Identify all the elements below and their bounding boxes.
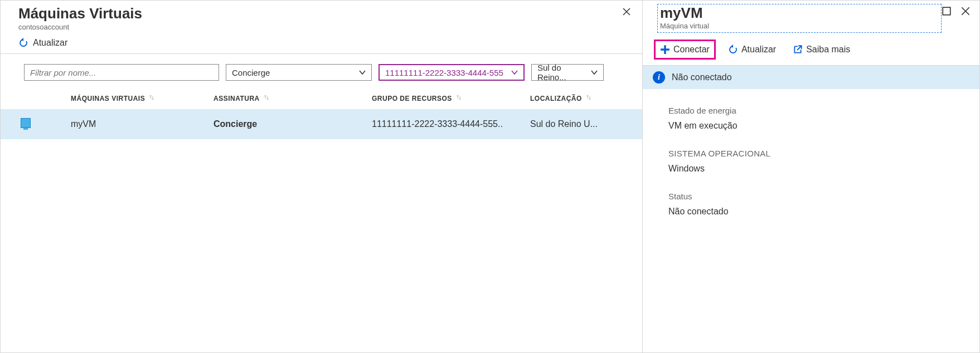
cell-subscription: Concierge [214, 119, 372, 129]
vm-title: myVM [660, 4, 939, 22]
vm-table: MÁQUINAS VIRTUAIS ASSINATURA GRUPO DE RE… [1, 91, 642, 139]
cell-resource-group: 11111111-2222-3333-4444-555.. [372, 119, 530, 129]
refresh-detail-button[interactable]: Atualizar [724, 41, 780, 58]
cell-location: Sul do Reino U... [530, 119, 625, 129]
filter-name-input[interactable] [24, 64, 219, 81]
refresh-button[interactable]: Atualizar [18, 38, 67, 48]
connect-button[interactable]: Conectar [654, 40, 716, 60]
col-vm[interactable]: MÁQUINAS VIRTUAIS [54, 94, 214, 102]
table-row[interactable]: myVM Concierge 11111111-2222-3333-4444-5… [1, 109, 642, 139]
maximize-button[interactable] [942, 6, 952, 18]
svg-rect-0 [943, 7, 950, 15]
vm-icon [1, 118, 54, 130]
sort-icon [263, 94, 270, 102]
learn-more-button[interactable]: Saiba mais [788, 41, 855, 58]
refresh-icon [18, 38, 28, 48]
detail-body: Estado de energia VM em execução SISTEMA… [643, 89, 979, 240]
chevron-down-icon [591, 69, 598, 76]
right-toolbar: Conectar Atualizar Saiba mais [643, 35, 979, 66]
status-label: Status [668, 192, 968, 201]
left-toolbar: Atualizar [1, 35, 642, 54]
info-icon: i [653, 71, 665, 84]
col-location[interactable]: LOCALIZAÇÃO [530, 94, 625, 102]
maximize-icon [942, 6, 952, 16]
location-dropdown[interactable]: Sul do Reino... [531, 64, 604, 81]
close-right-panel-button[interactable] [960, 6, 971, 18]
sort-icon [455, 94, 462, 102]
plus-icon [660, 45, 670, 55]
close-left-panel-button[interactable] [620, 5, 633, 21]
status-bar: i Não conectado [643, 66, 979, 89]
col-subscription[interactable]: ASSINATURA [214, 94, 372, 102]
close-icon [960, 6, 971, 16]
external-link-icon [793, 45, 803, 55]
vm-subtitle: Máquina virtual [660, 22, 939, 30]
page-title: Máquinas Virtuais [18, 5, 620, 22]
status-bar-text: Não conectado [672, 72, 732, 82]
refresh-label: Atualizar [33, 38, 67, 48]
account-name: contosoaccount [18, 23, 620, 31]
sort-icon [148, 94, 155, 102]
os-value: Windows [668, 164, 968, 174]
os-label: SISTEMA OPERACIONAL [668, 149, 968, 158]
power-state-label: Estado de energia [668, 106, 968, 115]
refresh-icon [728, 45, 738, 55]
resource-group-dropdown[interactable]: 11111111-2222-3333-4444-555 [379, 64, 525, 81]
col-resource-group[interactable]: GRUPO DE RECURSOS [372, 94, 530, 102]
left-header: Máquinas Virtuais contosoaccount [1, 1, 642, 35]
status-value: Não conectado [668, 207, 968, 217]
filter-bar: Concierge 11111111-2222-3333-4444-555 Su… [1, 54, 642, 91]
cell-vm-name: myVM [54, 119, 214, 129]
subscription-dropdown[interactable]: Concierge [226, 64, 372, 81]
chevron-down-icon [511, 69, 518, 76]
table-header: MÁQUINAS VIRTUAIS ASSINATURA GRUPO DE RE… [1, 91, 642, 109]
vm-list-panel: Máquinas Virtuais contosoaccount Atualiz… [1, 1, 643, 352]
sort-icon [585, 94, 592, 102]
vm-detail-panel: myVM Máquina virtual Conectar Atualizar … [643, 1, 979, 352]
right-header: myVM Máquina virtual [643, 1, 979, 35]
power-state-value: VM em execução [668, 121, 968, 131]
close-icon [622, 7, 631, 16]
chevron-down-icon [359, 69, 366, 76]
vm-title-wrap: myVM Máquina virtual [657, 4, 942, 33]
